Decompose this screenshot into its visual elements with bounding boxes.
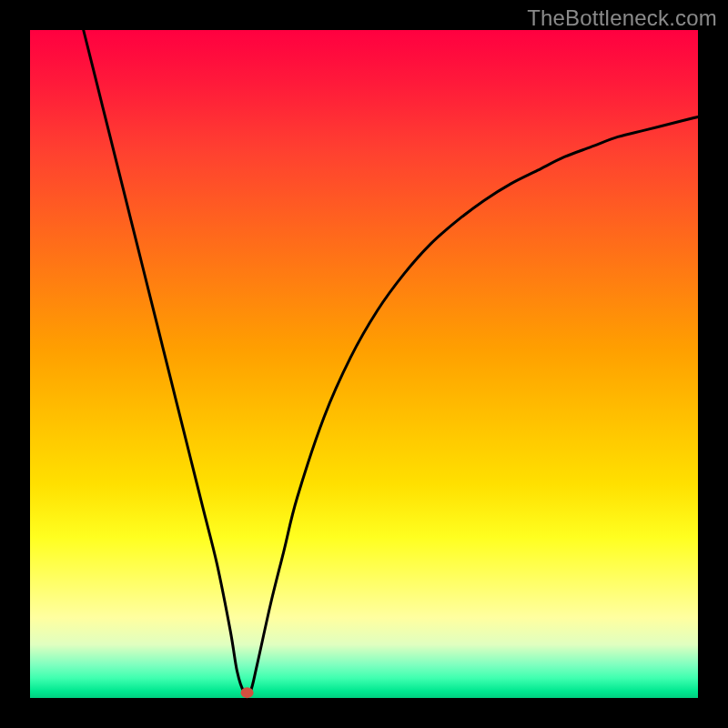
chart-frame: TheBottleneck.com	[0, 0, 728, 728]
curve-layer	[30, 30, 698, 698]
plot-area	[30, 30, 698, 698]
watermark-text: TheBottleneck.com	[527, 5, 717, 31]
minimum-marker	[241, 687, 254, 698]
bottleneck-curve	[84, 30, 698, 694]
